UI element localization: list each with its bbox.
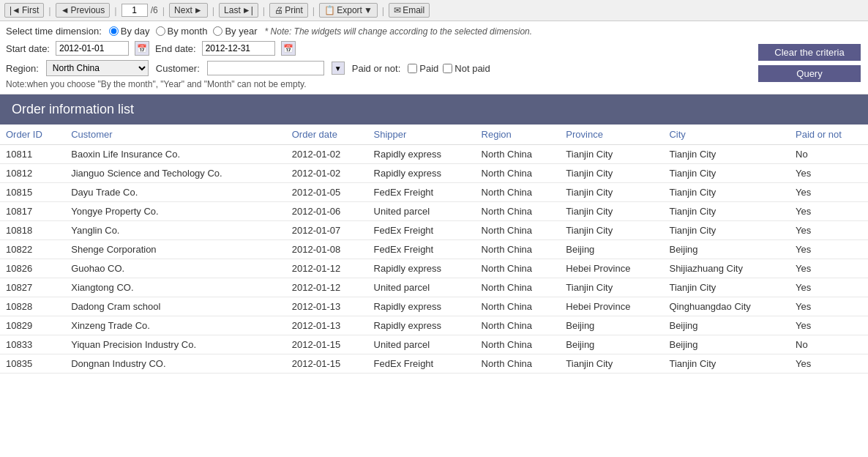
cell-2: 2012-01-08 [286,240,368,259]
cell-7: Yes [790,259,868,278]
start-date-label: Start date: [6,43,50,54]
cell-2: 2012-01-02 [286,164,368,183]
cell-6: Qinghuangdao City [663,297,790,316]
customer-input[interactable] [207,61,324,75]
cell-7: Yes [790,354,868,374]
paid-checkbox-label[interactable]: Paid [408,63,438,74]
cell-0: 10811 [0,145,65,164]
export-button[interactable]: 📋 Export ▼ [319,3,378,18]
end-date-calendar-btn[interactable]: 📅 [281,41,296,56]
notpaid-checkbox-label[interactable]: Not paid [443,63,490,74]
cell-6: Tianjin City [663,183,790,202]
col-order-id[interactable]: Order ID [0,125,65,145]
cell-1: Shenge Corporation [65,240,286,259]
cell-6: Beijing [663,335,790,354]
cell-6: Shijiazhuang City [663,259,790,278]
start-date-input[interactable] [56,41,129,56]
cell-2: 2012-01-13 [286,297,368,316]
cell-1: Jianguo Science and Techology Co. [65,164,286,183]
by-year-radio-label[interactable]: By year [213,26,257,37]
first-button[interactable]: |◄ First [4,3,44,18]
cell-5: Tianjin City [560,278,663,297]
col-paid-or-not[interactable]: Paid or not [790,125,868,145]
by-month-radio[interactable] [156,26,165,36]
cell-0: 10827 [0,278,65,297]
dimension-note: * Note: The widgets will change accordin… [265,26,533,37]
cell-7: No [790,145,868,164]
next-button[interactable]: Next ► [169,3,208,18]
cell-0: 10817 [0,202,65,221]
cell-5: Tianjin City [560,183,663,202]
col-shipper[interactable]: Shipper [368,125,476,145]
cell-5: Beijing [560,335,663,354]
cell-3: FedEx Freight [368,240,476,259]
customer-label: Customer: [156,63,200,74]
paid-checkbox[interactable] [408,64,417,73]
cell-1: Dayu Trade Co. [65,183,286,202]
clear-criteria-button[interactable]: Clear the criteria [758,44,861,61]
btn-panel: Clear the criteria Query [758,44,861,82]
cell-7: Yes [790,278,868,297]
by-month-text: By month [168,26,208,37]
cell-0: 10822 [0,240,65,259]
table-row: 10812Jianguo Science and Techology Co.20… [0,164,868,183]
cell-2: 2012-01-12 [286,259,368,278]
cell-7: Yes [790,316,868,335]
previous-button[interactable]: ◄ Previous [56,3,111,18]
cell-5: Tianjin City [560,202,663,221]
cell-0: 10829 [0,316,65,335]
by-day-radio[interactable] [109,26,119,36]
cell-2: 2012-01-02 [286,145,368,164]
cell-1: Yiquan Precision Industry Co. [65,335,286,354]
by-day-radio-label[interactable]: By day [109,26,150,37]
col-city[interactable]: City [663,125,790,145]
cell-5: Beijing [560,316,663,335]
page-input[interactable] [121,4,148,17]
cell-2: 2012-01-15 [286,354,368,374]
export-icon: 📋 [324,5,335,15]
cell-3: Rapidly express [368,145,476,164]
paidornot-label: Paid or not: [352,63,401,74]
cell-7: No [790,335,868,354]
end-date-input[interactable] [202,41,275,56]
export-label: Export [337,5,362,15]
col-customer[interactable]: Customer [65,125,286,145]
cell-6: Tianjin City [663,145,790,164]
next-label: Next [174,5,192,15]
cell-5: Tianjin City [560,164,663,183]
print-button[interactable]: 🖨 Print [269,3,308,18]
email-button[interactable]: ✉ Email [389,3,430,18]
cell-6: Beijing [663,240,790,259]
by-year-radio[interactable] [213,26,222,36]
header-row: Order ID Customer Order date Shipper Reg… [0,125,868,145]
cell-4: North China [476,183,561,202]
cell-5: Tianjin City [560,354,663,374]
order-table: Order ID Customer Order date Shipper Reg… [0,125,868,374]
cell-6: Tianjin City [663,202,790,221]
cell-7: Yes [790,297,868,316]
start-date-calendar-btn[interactable]: 📅 [135,41,149,56]
by-year-text: By year [225,26,257,37]
cell-0: 10828 [0,297,65,316]
cell-5: Beijing [560,240,663,259]
col-province[interactable]: Province [560,125,663,145]
customer-dropdown-btn[interactable]: ▼ [332,62,345,75]
date-row: Start date: 📅 End date: 📅 [6,41,862,56]
last-button[interactable]: Last ►| [219,3,258,18]
region-select[interactable]: North China [46,60,149,76]
by-month-radio-label[interactable]: By month [156,26,208,37]
table-row: 10822Shenge Corporation2012-01-08FedEx F… [0,240,868,259]
cell-2: 2012-01-06 [286,202,368,221]
cell-2: 2012-01-13 [286,316,368,335]
cell-1: Dadong Cram school [65,297,286,316]
cell-2: 2012-01-07 [286,221,368,240]
col-order-date[interactable]: Order date [286,125,368,145]
col-region[interactable]: Region [476,125,561,145]
cell-4: North China [476,164,561,183]
last-icon: ►| [242,5,253,15]
cell-7: Yes [790,202,868,221]
query-button[interactable]: Query [758,65,861,82]
notpaid-checkbox[interactable] [443,64,452,73]
cell-1: Xinzeng Trade Co. [65,316,286,335]
cell-3: Rapidly express [368,259,476,278]
